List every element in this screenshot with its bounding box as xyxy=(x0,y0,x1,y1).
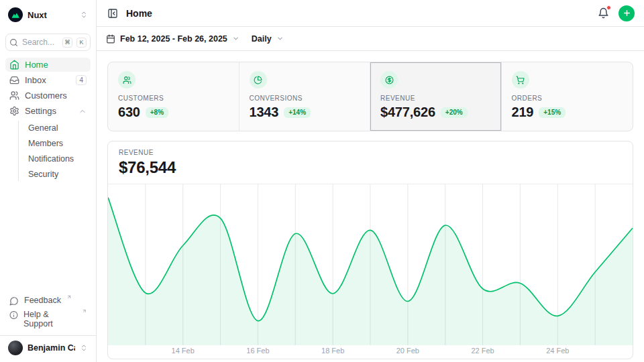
inbox-count-badge: 4 xyxy=(76,75,87,85)
x-axis-label: 20 Feb xyxy=(396,347,419,355)
kbd-k: K xyxy=(76,38,87,48)
sidebar-item-label: Customers xyxy=(25,90,87,101)
stat-label: ORDERS xyxy=(512,95,623,102)
chart-header: REVENUE $76,544 xyxy=(108,141,633,184)
sidebar-item-label: Home xyxy=(25,60,87,70)
sidebar: Nuxt Search... ⌘ K Home Inbox 4 Customer… xyxy=(0,0,97,362)
stat-card-revenue[interactable]: REVENUE $477,626 +20% xyxy=(370,62,502,131)
date-range-value: Feb 12, 2025 - Feb 26, 2025 xyxy=(120,34,227,44)
page-title: Home xyxy=(126,8,152,19)
main-panel: Home Feb 12, 2025 - Feb 26, 2025 Daily xyxy=(97,0,644,362)
stat-card-customers[interactable]: CUSTOMERS 630 +8% xyxy=(108,62,239,131)
x-axis-label: 16 Feb xyxy=(246,347,269,355)
stats-row: CUSTOMERS 630 +8% CONVERSIONS 1343 +14% xyxy=(107,62,633,131)
external-link-icon xyxy=(66,294,72,300)
team-switcher[interactable]: Nuxt xyxy=(5,5,91,24)
sidebar-nav: Home Inbox 4 Customers Settings General … xyxy=(5,58,91,181)
granularity-value: Daily xyxy=(252,34,272,44)
stat-value: 1343 xyxy=(250,105,279,120)
gear-icon xyxy=(9,106,19,116)
chart-x-axis: 14 Feb16 Feb18 Feb20 Feb22 Feb24 Feb xyxy=(108,345,633,359)
search-input[interactable]: Search... ⌘ K xyxy=(5,34,91,51)
stat-label: CUSTOMERS xyxy=(118,95,229,102)
stat-value: 219 xyxy=(512,105,534,120)
users-icon xyxy=(118,71,136,88)
filters-toolbar: Feb 12, 2025 - Feb 26, 2025 Daily xyxy=(97,27,644,51)
sidebar-item-general[interactable]: General xyxy=(25,121,91,135)
content: CUSTOMERS 630 +8% CONVERSIONS 1343 +14% xyxy=(97,51,644,362)
user-menu[interactable]: Benjamin Canac xyxy=(5,336,91,357)
stat-delta-badge: +15% xyxy=(539,107,566,118)
chevron-down-icon xyxy=(276,35,284,42)
sidebar-item-notifications[interactable]: Notifications xyxy=(25,152,91,166)
settings-submenu: General Members Notifications Security xyxy=(18,121,91,181)
nuxt-logo-icon xyxy=(8,7,23,22)
home-icon xyxy=(9,60,19,70)
chevron-up-icon xyxy=(78,107,87,115)
chevrons-up-down-icon xyxy=(80,344,88,352)
sidebar-item-security[interactable]: Security xyxy=(25,167,91,181)
pie-chart-icon xyxy=(250,71,267,88)
sidebar-item-customers[interactable]: Customers xyxy=(5,88,91,103)
plus-icon xyxy=(623,9,631,17)
stat-value: 630 xyxy=(118,105,140,120)
users-icon xyxy=(9,90,19,101)
sidebar-spacer xyxy=(5,181,91,294)
sidebar-item-label: Inbox xyxy=(25,75,70,85)
panel-left-close-icon xyxy=(107,8,118,19)
chevron-down-icon xyxy=(232,35,239,42)
info-circle-icon xyxy=(9,310,18,320)
stat-card-conversions[interactable]: CONVERSIONS 1343 +14% xyxy=(239,62,371,131)
stat-label: CONVERSIONS xyxy=(250,95,360,102)
sidebar-item-inbox[interactable]: Inbox 4 xyxy=(5,73,91,87)
avatar xyxy=(8,341,23,355)
stat-delta-badge: +8% xyxy=(146,107,168,118)
message-circle-icon xyxy=(9,296,19,306)
feedback-link[interactable]: Feedback xyxy=(5,294,91,308)
search-placeholder: Search... xyxy=(22,38,58,47)
shopping-cart-icon xyxy=(512,71,529,88)
chevrons-up-down-icon xyxy=(80,11,88,19)
user-name: Benjamin Canac xyxy=(28,343,75,353)
sidebar-collapse-button[interactable] xyxy=(106,7,119,20)
search-icon xyxy=(9,38,18,47)
add-button[interactable] xyxy=(619,5,635,21)
calendar-icon xyxy=(106,34,115,44)
circle-dollar-icon xyxy=(380,71,398,88)
notification-dot xyxy=(606,5,611,10)
sidebar-item-members[interactable]: Members xyxy=(25,136,91,150)
x-axis-label: 18 Feb xyxy=(321,347,344,355)
inbox-icon xyxy=(9,75,19,85)
page-header: Home xyxy=(97,0,644,27)
external-link-icon xyxy=(82,308,87,314)
app-window: Nuxt Search... ⌘ K Home Inbox 4 Customer… xyxy=(0,0,644,362)
x-axis-label: 22 Feb xyxy=(471,347,494,355)
kbd-cmd: ⌘ xyxy=(62,38,72,48)
header-actions xyxy=(596,5,635,21)
x-axis-label: 14 Feb xyxy=(172,347,195,355)
chart-total-value: $76,544 xyxy=(119,158,622,177)
sidebar-item-home[interactable]: Home xyxy=(5,58,91,72)
chart-kicker: REVENUE xyxy=(119,149,622,156)
notifications-button[interactable] xyxy=(596,6,610,20)
sidebar-item-label: Settings xyxy=(25,106,73,116)
stat-value: $477,626 xyxy=(380,105,435,120)
stat-delta-badge: +14% xyxy=(284,107,311,118)
stat-card-orders[interactable]: ORDERS 219 +15% xyxy=(502,62,633,131)
x-axis-label: 24 Feb xyxy=(546,347,569,355)
stat-delta-badge: +20% xyxy=(441,107,468,118)
help-support-label: Help & Support xyxy=(23,310,76,328)
date-range-picker[interactable]: Feb 12, 2025 - Feb 26, 2025 xyxy=(106,34,239,44)
stat-label: REVENUE xyxy=(380,95,491,102)
granularity-select[interactable]: Daily xyxy=(252,34,284,44)
revenue-chart-card: REVENUE $76,544 14 Feb16 Feb18 Feb20 Feb… xyxy=(107,141,633,359)
feedback-label: Feedback xyxy=(24,296,61,305)
sidebar-item-settings[interactable]: Settings xyxy=(5,104,91,118)
team-name: Nuxt xyxy=(28,10,75,20)
help-support-link[interactable]: Help & Support xyxy=(5,308,91,330)
revenue-area-chart[interactable] xyxy=(108,184,633,345)
